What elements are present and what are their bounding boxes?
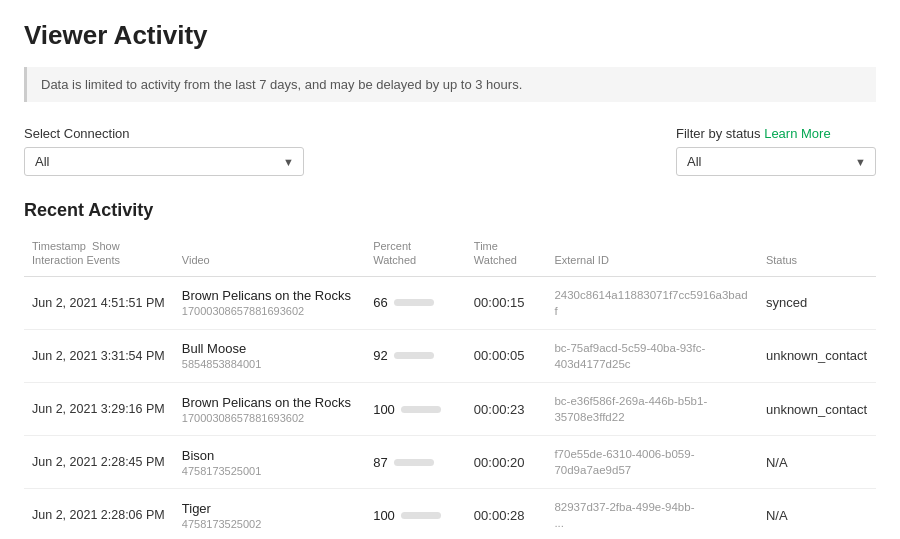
cell-status: unknown_contact — [758, 382, 876, 435]
status-filter-label: Filter by status Learn More — [676, 126, 831, 141]
progress-bar — [394, 299, 434, 306]
video-id: 17000308657881693602 — [182, 305, 357, 317]
cell-percent: 100 — [365, 489, 466, 539]
cell-external-id: 2430c8614a11883071f7cc5916a3badf — [546, 276, 758, 329]
percent-value: 66 — [373, 295, 387, 310]
video-title: Bison — [182, 448, 357, 463]
cell-video: Bull Moose5854853884001 — [174, 329, 365, 382]
info-bar: Data is limited to activity from the las… — [24, 67, 876, 102]
connection-select[interactable]: All — [24, 147, 304, 176]
status-filter-group: Filter by status Learn More All ▼ — [676, 126, 876, 176]
table-row: Jun 2, 2021 2:28:06 PMTiger4758173525002… — [24, 489, 876, 539]
cell-video: Tiger4758173525002 — [174, 489, 365, 539]
th-video: Video — [174, 233, 365, 276]
cell-timestamp: Jun 2, 2021 2:28:06 PM — [24, 489, 174, 539]
table-row: Jun 2, 2021 4:51:51 PMBrown Pelicans on … — [24, 276, 876, 329]
cell-timestamp: Jun 2, 2021 3:31:54 PM — [24, 329, 174, 382]
th-timestamp: Timestamp ShowInteraction Events — [24, 233, 174, 276]
percent-value: 100 — [373, 508, 395, 523]
page-title: Viewer Activity — [24, 20, 876, 51]
cell-time-watched: 00:00:23 — [466, 382, 547, 435]
cell-timestamp: Jun 2, 2021 3:29:16 PM — [24, 382, 174, 435]
table-row: Jun 2, 2021 3:31:54 PMBull Moose58548538… — [24, 329, 876, 382]
th-percent: PercentWatched — [365, 233, 466, 276]
video-id: 5854853884001 — [182, 358, 357, 370]
cell-external-id: f70e55de-6310-4006-b059-70d9a7ae9d57 — [546, 436, 758, 489]
video-title: Brown Pelicans on the Rocks — [182, 288, 357, 303]
cell-status: N/A — [758, 436, 876, 489]
cell-status: synced — [758, 276, 876, 329]
cell-external-id: 82937d37-2fba-499e-94bb-... — [546, 489, 758, 539]
cell-timestamp: Jun 2, 2021 2:28:45 PM — [24, 436, 174, 489]
cell-external-id: bc-e36f586f-269a-446b-b5b1-35708e3ffd22 — [546, 382, 758, 435]
table-row: Jun 2, 2021 3:29:16 PMBrown Pelicans on … — [24, 382, 876, 435]
cell-video: Brown Pelicans on the Rocks1700030865788… — [174, 382, 365, 435]
th-extid: External ID — [546, 233, 758, 276]
cell-percent: 87 — [365, 436, 466, 489]
cell-external-id: bc-75af9acd-5c59-40ba-93fc-403d4177d25c — [546, 329, 758, 382]
th-status: Status — [758, 233, 876, 276]
cell-percent: 100 — [365, 382, 466, 435]
video-title: Tiger — [182, 501, 357, 516]
percent-value: 92 — [373, 348, 387, 363]
table-header-row: Timestamp ShowInteraction Events Video P… — [24, 233, 876, 276]
table-row: Jun 2, 2021 2:28:45 PMBison4758173525001… — [24, 436, 876, 489]
status-select[interactable]: All — [676, 147, 876, 176]
learn-more-link[interactable]: Learn More — [764, 126, 830, 141]
video-id: 17000308657881693602 — [182, 412, 357, 424]
connection-filter-group: Select Connection All ▼ — [24, 126, 304, 176]
section-title: Recent Activity — [24, 200, 876, 221]
cell-status: unknown_contact — [758, 329, 876, 382]
connection-select-wrapper: All ▼ — [24, 147, 304, 176]
progress-bar — [394, 352, 434, 359]
progress-bar — [401, 512, 441, 519]
th-time: TimeWatched — [466, 233, 547, 276]
video-title: Brown Pelicans on the Rocks — [182, 395, 357, 410]
progress-bar — [394, 459, 434, 466]
activity-table: Timestamp ShowInteraction Events Video P… — [24, 233, 876, 539]
percent-value: 100 — [373, 402, 395, 417]
video-id: 4758173525001 — [182, 465, 357, 477]
cell-status: N/A — [758, 489, 876, 539]
progress-bar — [401, 406, 441, 413]
cell-percent: 92 — [365, 329, 466, 382]
cell-video: Bison4758173525001 — [174, 436, 365, 489]
video-title: Bull Moose — [182, 341, 357, 356]
cell-time-watched: 00:00:05 — [466, 329, 547, 382]
cell-time-watched: 00:00:20 — [466, 436, 547, 489]
percent-value: 87 — [373, 455, 387, 470]
connection-filter-label: Select Connection — [24, 126, 304, 141]
cell-percent: 66 — [365, 276, 466, 329]
status-select-wrapper: All ▼ — [676, 147, 876, 176]
filters-row: Select Connection All ▼ Filter by status… — [24, 126, 876, 176]
cell-timestamp: Jun 2, 2021 4:51:51 PM — [24, 276, 174, 329]
video-id: 4758173525002 — [182, 518, 357, 530]
cell-video: Brown Pelicans on the Rocks1700030865788… — [174, 276, 365, 329]
cell-time-watched: 00:00:28 — [466, 489, 547, 539]
cell-time-watched: 00:00:15 — [466, 276, 547, 329]
